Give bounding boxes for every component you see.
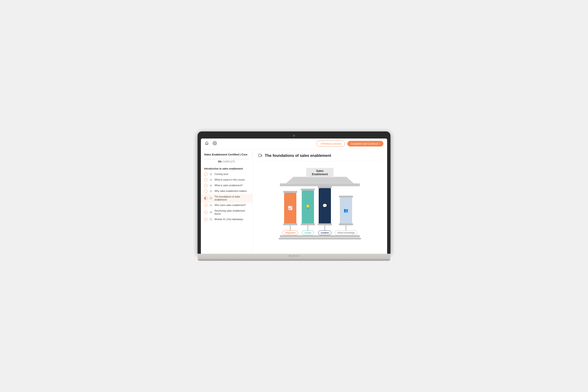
- laptop-foot: [198, 259, 390, 261]
- laptop-base: [198, 254, 390, 259]
- lesson-item[interactable]: Structuring sales enablement teams: [201, 208, 252, 216]
- pillar-base: [283, 224, 297, 225]
- lesson-text: Coming soon: [214, 172, 228, 176]
- progress-text: 0% COMPLETE: [204, 160, 249, 163]
- home-icon[interactable]: [204, 141, 209, 146]
- entablature: [280, 184, 360, 186]
- pillars-row: 📈Alignment💡Assets💬Content👥Tribal Knowled…: [280, 186, 360, 235]
- lesson-text: Structuring sales enablement teams: [214, 209, 249, 216]
- pillar-body: 📈: [284, 193, 296, 224]
- lesson-circle-icon: [204, 184, 208, 187]
- pillar-group: 💬Content: [318, 186, 332, 235]
- lesson-circle-icon: [204, 196, 208, 200]
- sidebar: Sales Enablement Certified | Core 0% COM…: [201, 149, 252, 254]
- stylobate: [280, 235, 360, 238]
- top-bar-right: < Previous Lecture Complete and Continue…: [316, 140, 384, 147]
- lesson-text: What to expect in this course: [214, 178, 244, 181]
- lesson-type-icon: [209, 196, 212, 200]
- svg-point-21: [210, 212, 211, 212]
- course-title: Sales Enablement Certified | Core: [201, 152, 252, 159]
- pillar-cap: [339, 196, 353, 198]
- complete-continue-button[interactable]: Complete and Continue >: [348, 141, 384, 146]
- pillar-icon: 💬: [322, 204, 327, 208]
- pillar-label: Content: [318, 230, 332, 235]
- top-bar: < Previous Lecture Complete and Continue…: [201, 138, 387, 149]
- lesson-item[interactable]: Who owns sales enablement?: [201, 202, 252, 208]
- lesson-item[interactable]: Coming soon: [201, 172, 252, 177]
- lesson-circle-icon: [204, 190, 208, 193]
- progress-bar-bg: [204, 159, 249, 160]
- prev-lecture-button[interactable]: < Previous Lecture: [316, 140, 345, 147]
- pillar-body: 💡: [302, 190, 314, 224]
- pillar-label: Tribal Knowledge: [335, 230, 358, 235]
- pillar-base: [318, 224, 332, 225]
- pillar-base: [339, 224, 353, 225]
- camera: [293, 135, 295, 136]
- lesson-text: Module #1 | Key takeaways: [214, 218, 243, 221]
- pillar-icon: 📈: [288, 206, 292, 210]
- pillar-group: 👥Tribal Knowledge: [335, 196, 358, 235]
- svg-rect-13: [210, 197, 212, 199]
- lesson-text: Why sales enablement matters: [214, 190, 247, 192]
- gear-icon[interactable]: [212, 141, 217, 146]
- steps: [279, 238, 361, 240]
- pillar-icon: 👥: [344, 208, 348, 212]
- pillar-connector: [324, 225, 325, 230]
- lesson-item[interactable]: What to expect in this course: [201, 177, 252, 183]
- lesson-item[interactable]: Why sales enablement matters: [201, 188, 252, 194]
- laptop-screen: < Previous Lecture Complete and Continue…: [198, 132, 390, 254]
- content-header: The foundations of sales enablement: [258, 154, 382, 158]
- pillar-cap: [301, 188, 315, 190]
- pillar-connector: [290, 225, 290, 230]
- lesson-type-icon: [209, 172, 212, 176]
- lesson-circle-icon: [204, 178, 208, 182]
- section-title: Introduction to sales enablement: [201, 165, 252, 172]
- top-bar-left: [204, 141, 217, 146]
- pillar-base: [301, 224, 315, 225]
- lesson-type-icon: [209, 178, 212, 182]
- pillar-group: 📈Alignment: [282, 191, 298, 235]
- laptop-wrapper: < Previous Lecture Complete and Continue…: [198, 132, 390, 261]
- lesson-text: Who owns sales enablement?: [214, 204, 246, 207]
- lesson-item[interactable]: What is sales enablement?: [201, 183, 252, 188]
- pillars-diagram: Sales Enablement 📈Alignment💡Assets💬Conte…: [258, 166, 382, 242]
- pillars-roof: Sales Enablement: [280, 168, 360, 186]
- lesson-type-icon: [209, 204, 212, 207]
- svg-point-20: [212, 212, 212, 212]
- pillar-connector: [346, 225, 346, 230]
- progress-label: COMPLETE: [222, 160, 235, 163]
- progress-bar-container: 0% COMPLETE: [201, 159, 252, 165]
- lesson-type-icon: [209, 190, 212, 193]
- svg-point-0: [214, 143, 216, 144]
- lesson-circle-icon: [204, 218, 208, 221]
- content-area: The foundations of sales enablement Sale…: [252, 149, 387, 254]
- diagram-title: Sales Enablement: [306, 168, 334, 177]
- svg-rect-22: [210, 218, 212, 220]
- pillar-connector: [308, 225, 308, 230]
- lesson-type-icon: [209, 184, 212, 187]
- lesson-circle-icon: [204, 211, 208, 214]
- pillar-body: 💬: [319, 188, 331, 224]
- pillar-cap: [283, 191, 297, 193]
- svg-rect-23: [259, 154, 261, 156]
- screen-inner: < Previous Lecture Complete and Continue…: [201, 138, 387, 254]
- lesson-type-icon: [209, 211, 212, 214]
- lesson-item[interactable]: Module #1 | Key takeaways: [201, 216, 252, 222]
- pillar-body: 👥: [340, 198, 352, 224]
- pillar-icon: 💡: [306, 204, 310, 209]
- pillar-cap: [318, 186, 332, 188]
- lesson-type-icon: [209, 218, 212, 221]
- pediment: [282, 177, 358, 184]
- main-content: Sales Enablement Certified | Core 0% COM…: [201, 149, 387, 254]
- lesson-text: The foundations of sales enablement: [214, 195, 249, 201]
- app: < Previous Lecture Complete and Continue…: [201, 138, 387, 254]
- pillar-label: Assets: [302, 230, 314, 235]
- lesson-circle-icon: [204, 172, 208, 176]
- lesson-item[interactable]: The foundations of sales enablement: [201, 194, 252, 202]
- progress-percent: 0%: [218, 160, 221, 163]
- lesson-text: What is sales enablement?: [214, 184, 243, 187]
- lesson-list: Coming soonWhat to expect in this course…: [201, 172, 252, 222]
- pillar-label: Alignment: [282, 230, 298, 235]
- pillar-group: 💡Assets: [301, 188, 315, 235]
- lesson-circle-icon: [204, 204, 208, 207]
